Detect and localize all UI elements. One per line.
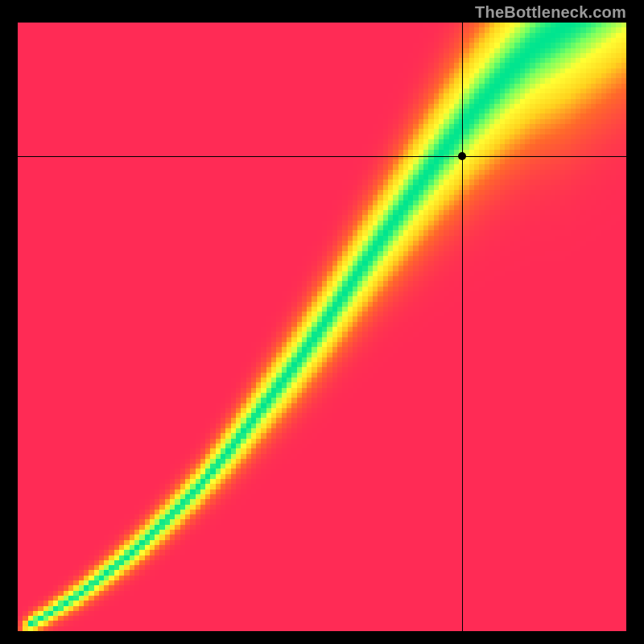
heatmap-plot [18,23,626,631]
crosshair-marker [458,152,466,160]
watermark-text: TheBottleneck.com [475,3,626,22]
crosshair-vertical [462,23,463,631]
chart-frame: TheBottleneck.com [0,0,644,644]
heatmap-canvas [18,23,626,631]
crosshair-horizontal [18,156,626,157]
